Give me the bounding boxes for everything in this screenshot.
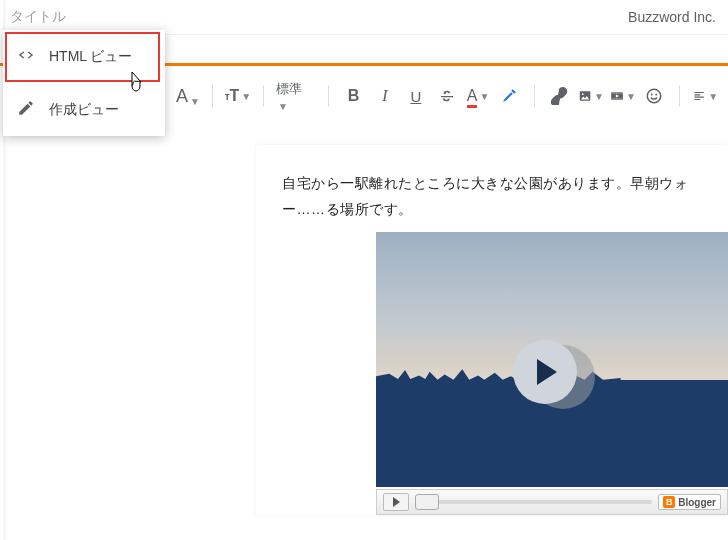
video-button[interactable]: ▼	[610, 83, 636, 109]
menu-item-compose-view[interactable]: 作成ビュー	[3, 83, 165, 136]
editor-toolbar: A ▼ тT ▼ 標準 ▼ B I U A ▼ ▼ ▼ ▼	[176, 74, 718, 118]
svg-point-6	[651, 94, 653, 96]
svg-rect-3	[611, 92, 623, 94]
svg-rect-4	[611, 98, 623, 100]
font-letter-glyph: A	[176, 86, 188, 107]
play-control-button[interactable]	[383, 493, 409, 511]
link-button[interactable]	[547, 83, 572, 109]
paragraph-style-button[interactable]: 標準 ▼	[276, 80, 316, 113]
content-paragraph: 自宅から一駅離れたところに大きな公園があります。早朝ウォー……る場所です。	[282, 171, 708, 223]
chevron-down-icon: ▼	[278, 101, 288, 112]
menu-item-html-view[interactable]: HTML ビュー	[3, 30, 165, 83]
play-button[interactable]	[513, 340, 577, 404]
blogger-label: Blogger	[678, 497, 716, 508]
editor-content-panel[interactable]: 自宅から一駅離れたところに大きな公園があります。早朝ウォー……る場所です。 B …	[256, 145, 728, 515]
seek-knob[interactable]	[415, 494, 439, 510]
pencil-icon	[17, 99, 35, 120]
highlight-button[interactable]	[497, 83, 522, 109]
brand-label: Buzzword Inc.	[628, 9, 718, 25]
chevron-down-icon: ▼	[708, 91, 718, 102]
emoji-button[interactable]	[642, 83, 667, 109]
video-embed[interactable]	[376, 232, 728, 487]
seek-track[interactable]	[415, 500, 652, 504]
chevron-down-icon: ▼	[241, 91, 251, 102]
paragraph-style-label: 標準	[276, 81, 302, 96]
image-button[interactable]: ▼	[578, 83, 604, 109]
view-mode-menu: HTML ビュー 作成ビュー	[3, 30, 165, 136]
chevron-down-icon: ▼	[626, 91, 636, 102]
code-icon	[17, 46, 35, 67]
underline-button[interactable]: U	[403, 83, 428, 109]
blogger-b-icon: B	[663, 496, 675, 508]
svg-point-5	[648, 89, 662, 103]
italic-button[interactable]: I	[372, 83, 397, 109]
svg-point-1	[582, 93, 584, 95]
font-family-button[interactable]: A ▼	[176, 86, 200, 107]
svg-point-7	[656, 94, 658, 96]
font-size-button[interactable]: тT ▼	[225, 83, 251, 109]
chevron-down-icon: ▼	[594, 91, 604, 102]
align-button[interactable]: ▼	[692, 83, 718, 109]
strikethrough-button[interactable]	[434, 83, 459, 109]
blogger-badge[interactable]: B Blogger	[658, 494, 721, 510]
chevron-down-icon: ▼	[190, 96, 200, 107]
text-color-button[interactable]: A ▼	[466, 83, 491, 109]
bold-button[interactable]: B	[341, 83, 366, 109]
title-field-placeholder[interactable]: タイトル	[10, 8, 66, 26]
video-controls-bar: B Blogger	[376, 489, 728, 515]
menu-item-label: HTML ビュー	[49, 48, 132, 66]
menu-item-label: 作成ビュー	[49, 101, 119, 119]
chevron-down-icon: ▼	[479, 91, 489, 102]
